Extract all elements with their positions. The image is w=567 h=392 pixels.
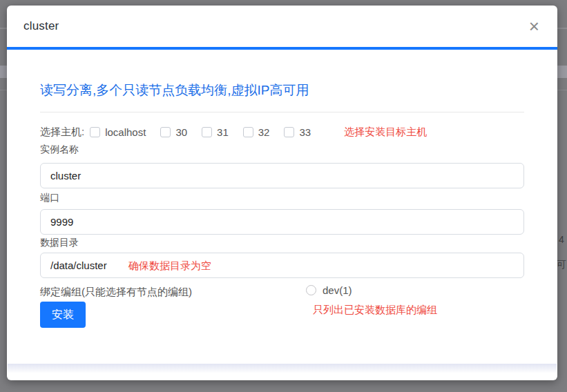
section-divider bbox=[40, 112, 524, 112]
checkbox-icon[interactable] bbox=[284, 127, 294, 137]
host-checkbox-31[interactable]: 31 bbox=[202, 126, 229, 138]
close-icon[interactable]: × bbox=[526, 17, 542, 35]
port-label: 端口 bbox=[40, 193, 524, 203]
host-checkbox-label: 30 bbox=[175, 126, 187, 138]
group-radio-label: dev(1) bbox=[323, 284, 352, 296]
data-directory-label: 数据目录 bbox=[40, 237, 524, 248]
host-checkbox-label: 31 bbox=[217, 126, 229, 138]
host-checkbox-label: 33 bbox=[299, 126, 311, 138]
instance-name-input[interactable] bbox=[40, 163, 524, 188]
modal-bottom-fade bbox=[8, 364, 557, 373]
bind-group-section: 绑定编组(只能选择有节点的编组) dev(1) 只列出已安装数据库的编组 安装 bbox=[40, 286, 524, 329]
background-table-cell: 可 bbox=[557, 259, 566, 271]
host-select-label: 选择主机: bbox=[40, 126, 84, 139]
data-directory-field: 确保数据目录为空 bbox=[40, 253, 524, 278]
dialog-title: cluster bbox=[23, 19, 59, 33]
bind-group-label: 绑定编组(只能选择有节点的编组) bbox=[40, 286, 192, 299]
port-input[interactable] bbox=[40, 209, 524, 235]
host-select-hint: 选择安装目标主机 bbox=[344, 126, 427, 139]
dialog-header: cluster × bbox=[7, 6, 557, 47]
checkbox-icon[interactable] bbox=[202, 127, 212, 137]
host-checkbox-32[interactable]: 32 bbox=[243, 126, 270, 138]
group-radio-dev[interactable]: dev(1) bbox=[306, 284, 352, 296]
host-checkbox-33[interactable]: 33 bbox=[284, 126, 311, 138]
host-select-row: 选择主机: localhost 30 31 32 33 选择安装目标主机 bbox=[40, 126, 524, 139]
bind-group-hint: 只列出已安装数据库的编组 bbox=[313, 304, 437, 317]
cluster-install-dialog: cluster × 读写分离,多个只读节点负载均衡,虚拟IP高可用 选择主机: … bbox=[7, 6, 557, 380]
host-checkbox-label: localhost bbox=[105, 126, 146, 138]
host-checkbox-label: 32 bbox=[258, 126, 270, 138]
data-directory-input[interactable] bbox=[40, 253, 524, 278]
checkbox-icon[interactable] bbox=[243, 127, 253, 137]
data-directory-hint: 确保数据目录为空 bbox=[128, 259, 211, 273]
host-checkbox-30[interactable]: 30 bbox=[160, 126, 187, 138]
install-button[interactable]: 安装 bbox=[40, 302, 86, 328]
checkbox-icon[interactable] bbox=[160, 127, 171, 137]
dialog-body: 读写分离,多个只读节点负载均衡,虚拟IP高可用 选择主机: localhost … bbox=[7, 50, 557, 329]
background-table-cell: 4 bbox=[559, 234, 564, 245]
instance-name-label: 实例名称 bbox=[40, 144, 524, 155]
cluster-description-heading: 读写分离,多个只读节点负载均衡,虚拟IP高可用 bbox=[40, 81, 524, 99]
checkbox-icon[interactable] bbox=[90, 127, 100, 137]
radio-icon[interactable] bbox=[306, 285, 316, 295]
host-checkbox-localhost[interactable]: localhost bbox=[90, 126, 146, 138]
